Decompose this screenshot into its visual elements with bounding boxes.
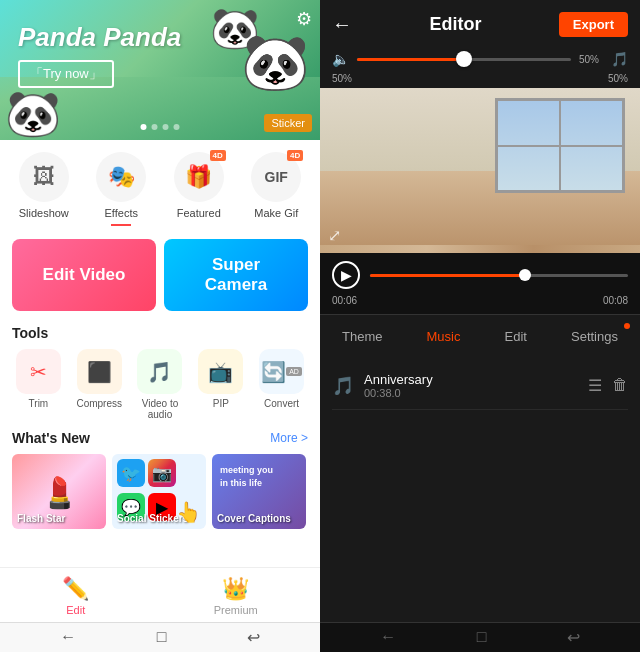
right-panel: ← Editor Export 🔈 50% 🎵 50% 50% ⤢ ▶: [320, 0, 640, 652]
cover-captions-label: Cover Captions: [217, 513, 291, 524]
tool-pip[interactable]: 📺 PIP: [194, 349, 247, 420]
music-note-icon: 🎵: [611, 51, 628, 67]
recent-device-btn-right[interactable]: ↩: [567, 628, 580, 647]
featured-label: Featured: [177, 207, 221, 219]
quick-item-gif[interactable]: GIF4D Make Gif: [241, 152, 311, 226]
more-link[interactable]: More >: [270, 431, 308, 445]
time-start: 00:06: [332, 295, 357, 306]
scissors-icon: ✂: [16, 349, 61, 394]
banner-subtitle: 「Try now」: [18, 60, 114, 88]
back-device-btn-right[interactable]: ←: [380, 628, 396, 647]
main-buttons-row: Edit Video Super Camera: [0, 231, 320, 319]
music-list-icon[interactable]: ☰: [588, 376, 602, 395]
premium-nav-label: Premium: [214, 604, 258, 616]
recent-device-btn[interactable]: ↩: [247, 628, 260, 647]
quick-item-slideshow[interactable]: 🖼 Slideshow: [9, 152, 79, 226]
tab-music[interactable]: Music: [419, 325, 469, 348]
volume-right-pct: 50%: [579, 54, 599, 65]
music-item[interactable]: 🎵 Anniversary 00:38.0 ☰ 🗑: [332, 362, 628, 410]
convert-icon: 🔄AD: [259, 349, 304, 394]
editor-title: Editor: [429, 14, 481, 35]
export-button[interactable]: Export: [559, 12, 628, 37]
pip-label: PIP: [213, 398, 229, 409]
gear-icon[interactable]: ⚙: [296, 8, 312, 30]
editor-header: ← Editor Export: [320, 0, 640, 45]
thumbnail-social-stickers[interactable]: 🐦 📷 💬 ▶ Social Stickers 👆: [112, 454, 206, 529]
banner-dots: [141, 124, 180, 130]
video-preview: ⤢: [320, 88, 640, 253]
slideshow-label: Slideshow: [19, 207, 69, 219]
convert-label: Convert: [264, 398, 299, 409]
volume-row: 🔈 50% 🎵: [320, 45, 640, 73]
progress-bar[interactable]: [370, 265, 628, 285]
music-duration: 00:38.0: [364, 387, 578, 399]
home-device-btn-right[interactable]: □: [477, 628, 487, 647]
tools-row: ✂ Trim ⬛ Compress 🎵 Video to audio 📺 PIP…: [12, 349, 308, 420]
music-delete-icon[interactable]: 🗑: [612, 376, 628, 395]
quick-actions-row: 🖼 Slideshow 🎭 Effects 🎁4D Featured GIF4D…: [0, 140, 320, 231]
back-device-btn[interactable]: ←: [60, 628, 76, 647]
tool-compress[interactable]: ⬛ Compress: [73, 349, 126, 420]
bottom-nav: ✏️ Edit 👑 Premium: [0, 567, 320, 622]
tool-audio[interactable]: 🎵 Video to audio: [134, 349, 187, 420]
vol-right-label: 50%: [608, 73, 628, 84]
device-bar-left: ← □ ↩: [0, 622, 320, 652]
gif-icon: GIF4D: [251, 152, 301, 202]
nav-edit[interactable]: ✏️ Edit: [62, 576, 89, 616]
edit-nav-label: Edit: [66, 604, 85, 616]
tab-settings[interactable]: Settings: [563, 325, 626, 348]
thumbnail-flash-star[interactable]: 💄 Flash Star: [12, 454, 106, 529]
compress-icon: ⬛: [77, 349, 122, 394]
volume-icon: 🔈: [332, 51, 349, 67]
play-button[interactable]: ▶: [332, 261, 360, 289]
edit-video-button[interactable]: Edit Video: [12, 239, 156, 311]
compress-label: Compress: [76, 398, 122, 409]
quick-item-effects[interactable]: 🎭 Effects: [86, 152, 156, 226]
edit-nav-icon: ✏️: [62, 576, 89, 602]
gif-label: Make Gif: [254, 207, 298, 219]
quick-item-featured[interactable]: 🎁4D Featured: [164, 152, 234, 226]
thumbnail-cover-captions[interactable]: meeting youin this life Cover Captions: [212, 454, 306, 529]
nav-premium[interactable]: 👑 Premium: [214, 576, 258, 616]
expand-icon[interactable]: ⤢: [328, 226, 341, 245]
music-info: Anniversary 00:38.0: [364, 372, 578, 399]
music-list: 🎵 Anniversary 00:38.0 ☰ 🗑: [320, 354, 640, 622]
audio-icon: 🎵: [137, 349, 182, 394]
slideshow-icon: 🖼: [19, 152, 69, 202]
super-camera-button[interactable]: Super Camera: [164, 239, 308, 311]
thumbnails-row: 💄 Flash Star 🐦 📷 💬 ▶ Social Stickers 👆 m…: [12, 454, 308, 529]
tool-trim[interactable]: ✂ Trim: [12, 349, 65, 420]
editor-tabs: Theme Music Edit Settings: [320, 314, 640, 354]
effects-label: Effects: [105, 207, 138, 219]
panda-decoration-3: 🐼: [5, 87, 61, 140]
flash-star-label: Flash Star: [17, 513, 65, 524]
tab-edit[interactable]: Edit: [497, 325, 535, 348]
pip-icon: 📺: [198, 349, 243, 394]
left-panel: ⚙ Panda Panda 「Try now」 🐼 🐼 🐼 Sticker 🖼 …: [0, 0, 320, 652]
effects-icon: 🎭: [96, 152, 146, 202]
whats-new-title: What's New: [12, 430, 90, 446]
volume-slider[interactable]: [357, 49, 571, 69]
music-name: Anniversary: [364, 372, 578, 387]
music-item-icon: 🎵: [332, 375, 354, 397]
cover-captions-text: meeting youin this life: [220, 464, 273, 489]
vol-left-label: 50%: [332, 73, 352, 84]
trim-label: Trim: [29, 398, 49, 409]
timeline: ▶ 00:06 00:08: [320, 253, 640, 314]
time-end: 00:08: [603, 295, 628, 306]
tools-section: Tools ✂ Trim ⬛ Compress 🎵 Video to audio…: [0, 319, 320, 424]
panda-decoration-2: 🐼: [241, 30, 310, 95]
tab-theme[interactable]: Theme: [334, 325, 390, 348]
banner: ⚙ Panda Panda 「Try now」 🐼 🐼 🐼 Sticker: [0, 0, 320, 140]
featured-icon: 🎁4D: [174, 152, 224, 202]
editor-back-button[interactable]: ←: [332, 13, 352, 36]
premium-nav-icon: 👑: [222, 576, 249, 602]
audio-label: Video to audio: [134, 398, 187, 420]
tools-title: Tools: [12, 325, 308, 341]
banner-title: Panda Panda: [18, 22, 181, 53]
tool-convert[interactable]: 🔄AD Convert: [255, 349, 308, 420]
music-actions: ☰ 🗑: [588, 376, 628, 395]
device-bar-right: ← □ ↩: [320, 622, 640, 652]
whats-new-section: What's New More > 💄 Flash Star 🐦 📷 💬 ▶ S…: [0, 424, 320, 533]
home-device-btn[interactable]: □: [157, 628, 167, 647]
